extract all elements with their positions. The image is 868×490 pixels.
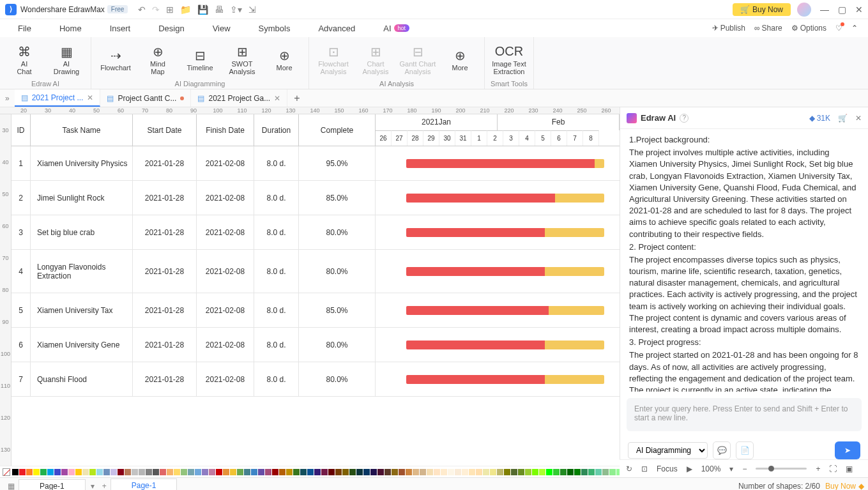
color-swatch[interactable]	[370, 469, 377, 475]
export-icon[interactable]: ⇪▾	[230, 4, 242, 15]
ribbon-tool[interactable]: ⊕MindMap	[139, 43, 177, 75]
color-swatch[interactable]	[89, 469, 96, 475]
ribbon-tool[interactable]: ⊟Timeline	[181, 47, 219, 72]
ai-mode-select[interactable]: AI Diagramming	[628, 442, 708, 459]
doc-tab[interactable]: ▤2021 Project Ga...✕	[191, 89, 287, 107]
ribbon-tool[interactable]: ▦AIDrawing	[47, 43, 86, 75]
color-swatch[interactable]	[314, 469, 321, 475]
color-swatch[interactable]	[153, 469, 159, 475]
color-swatch[interactable]	[342, 469, 349, 475]
color-swatch[interactable]	[609, 469, 616, 475]
collapse-ribbon-icon[interactable]: ⌃	[851, 24, 858, 33]
color-swatch[interactable]	[188, 469, 194, 475]
color-swatch[interactable]	[539, 469, 545, 475]
color-swatch[interactable]	[504, 469, 510, 475]
buy-now-button[interactable]: 🛒 Buy Now	[733, 3, 791, 16]
color-swatch[interactable]	[392, 469, 398, 475]
ai-cart-icon[interactable]: 🛒	[838, 114, 848, 123]
ai-input[interactable]: Enter your query here. Press Enter to se…	[627, 398, 862, 431]
save-icon[interactable]: 💾	[197, 4, 208, 15]
color-swatch[interactable]	[244, 469, 250, 475]
focus-frame-icon[interactable]: ⊡	[641, 464, 648, 473]
color-swatch[interactable]	[54, 469, 61, 475]
menu-advanced[interactable]: Advanced	[304, 21, 369, 36]
color-swatch[interactable]	[518, 469, 524, 475]
color-swatch[interactable]	[272, 469, 278, 475]
ai-close-icon[interactable]: ✕	[855, 114, 862, 123]
options-button[interactable]: ⚙Options	[791, 24, 826, 33]
color-swatch[interactable]	[103, 469, 110, 475]
color-swatch[interactable]	[68, 469, 75, 475]
color-swatch[interactable]	[293, 469, 300, 475]
color-swatch[interactable]	[434, 469, 440, 475]
color-swatch[interactable]	[96, 469, 103, 475]
gantt-bar[interactable]	[406, 228, 604, 237]
color-swatch[interactable]	[413, 469, 419, 475]
ribbon-tool[interactable]: ⌘AIChat	[5, 43, 43, 75]
color-swatch[interactable]	[595, 469, 602, 475]
zoom-out-icon[interactable]: −	[742, 464, 747, 473]
color-swatch[interactable]	[40, 469, 47, 475]
gantt-row[interactable]: 6Xiamen University Gene2021-01-282021-02…	[11, 328, 376, 362]
page-tab-1[interactable]: Page-1	[19, 479, 86, 491]
color-swatch[interactable]	[202, 469, 208, 475]
gantt-bar[interactable]	[406, 375, 604, 384]
new-tab-button[interactable]: +	[287, 93, 306, 104]
color-swatch[interactable]	[26, 469, 33, 475]
menu-insert[interactable]: Insert	[96, 21, 145, 36]
color-swatch[interactable]	[363, 469, 370, 475]
color-swatch[interactable]	[223, 469, 229, 475]
focus-label[interactable]: Focus	[657, 464, 678, 473]
color-swatch[interactable]	[349, 469, 356, 475]
color-swatch[interactable]	[532, 469, 538, 475]
gantt-row[interactable]: 3Set big blue crab2021-01-282021-02-088.…	[11, 215, 376, 250]
color-swatch[interactable]	[251, 469, 257, 475]
menu-design[interactable]: Design	[144, 21, 198, 36]
color-swatch[interactable]	[525, 469, 531, 475]
menu-view[interactable]: View	[199, 21, 245, 36]
menu-symbols[interactable]: Symbols	[245, 21, 305, 36]
color-swatch[interactable]	[300, 469, 307, 475]
diamond-icon[interactable]: ◆	[858, 482, 864, 491]
zoom-dd-icon[interactable]: ▾	[729, 464, 733, 473]
color-swatch[interactable]	[132, 469, 138, 475]
open-icon[interactable]: 📁	[180, 4, 191, 15]
color-swatch[interactable]	[19, 469, 26, 475]
color-swatch[interactable]	[279, 469, 286, 475]
color-swatch[interactable]	[602, 469, 609, 475]
tab-close-icon[interactable]: ✕	[87, 93, 93, 102]
color-swatch[interactable]	[476, 469, 482, 475]
play-icon[interactable]: ▶	[687, 464, 692, 473]
page-tab-2[interactable]: Page-1	[110, 479, 178, 490]
color-swatch[interactable]	[230, 469, 236, 475]
color-swatch[interactable]	[118, 469, 124, 475]
color-swatch[interactable]	[406, 469, 412, 475]
gantt-bar[interactable]	[406, 341, 604, 349]
publish-button[interactable]: ✈Publish	[712, 24, 745, 33]
color-swatch[interactable]	[146, 469, 152, 475]
undo-icon[interactable]: ↶	[138, 4, 146, 15]
color-swatch[interactable]	[377, 469, 384, 475]
add-page-icon[interactable]: +	[98, 482, 110, 491]
new-icon[interactable]: ⊞	[166, 4, 174, 15]
color-swatch[interactable]	[286, 469, 293, 475]
color-swatch[interactable]	[321, 469, 328, 475]
color-swatch[interactable]	[385, 469, 391, 475]
gantt-bar[interactable]	[406, 306, 604, 315]
color-swatch[interactable]	[33, 469, 40, 475]
gantt-canvas[interactable]: ID Task Name Start Date Finish Date Dura…	[11, 114, 620, 466]
color-swatch[interactable]	[469, 469, 475, 475]
color-swatch[interactable]	[455, 469, 461, 475]
share-button[interactable]: ∞Share	[754, 24, 782, 33]
gantt-bar[interactable]	[406, 267, 604, 276]
color-swatch[interactable]	[195, 469, 201, 475]
notifications-icon[interactable]: ♡	[835, 24, 842, 33]
history-icon[interactable]: ↻	[626, 464, 632, 473]
color-swatch[interactable]	[441, 469, 447, 475]
ribbon-tool[interactable]: ⊕More	[441, 47, 479, 72]
color-swatch[interactable]	[181, 469, 187, 475]
color-swatch[interactable]	[356, 469, 363, 475]
ai-chat-icon[interactable]: 💬	[713, 441, 731, 459]
maximize-icon[interactable]: ▢	[838, 4, 846, 15]
gantt-row[interactable]: 5Xiamen University Tax2021-01-282021-02-…	[11, 293, 376, 328]
